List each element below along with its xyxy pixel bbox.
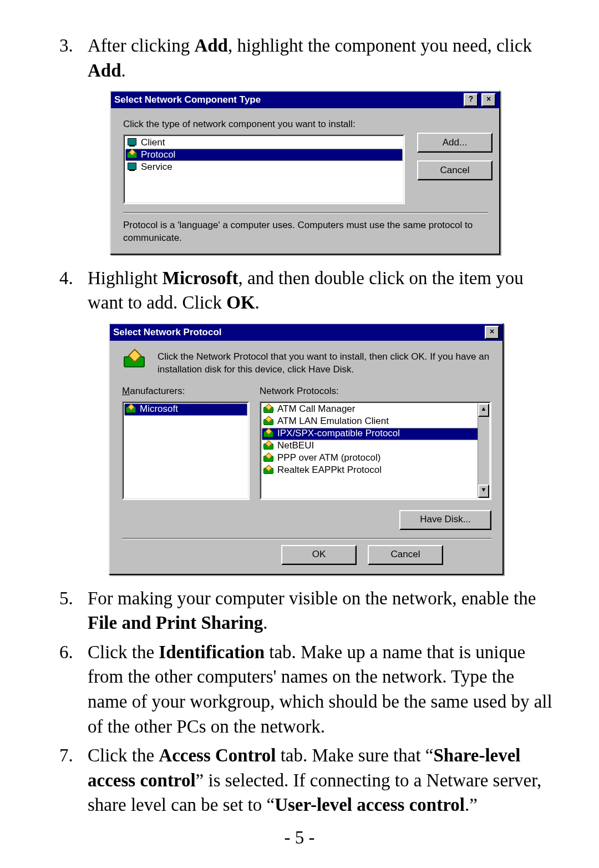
step4-text1: Highlight	[88, 268, 163, 288]
component-type-list[interactable]: Client Protocol Service	[123, 134, 405, 204]
have-disk-button[interactable]: Have Disk...	[399, 510, 491, 530]
separator	[122, 538, 491, 539]
list-item-label: Microsoft	[140, 403, 178, 416]
dialog2-titlebar: Select Network Protocol ×	[110, 324, 502, 341]
step3-text3: .	[121, 60, 126, 80]
manufacturers-label: Manufacturers:	[122, 385, 250, 398]
list-item-label: ATM LAN Emulation Client	[277, 415, 389, 428]
protocols-label: Network Protocols:	[260, 385, 491, 398]
list-item-protocol[interactable]: Protocol	[125, 149, 403, 161]
manufacturers-list[interactable]: Microsoft	[122, 401, 250, 500]
list-item-protocol[interactable]: ATM LAN Emulation Client	[262, 416, 478, 428]
client-icon	[126, 138, 138, 148]
list-item-service[interactable]: Service	[125, 161, 403, 173]
step6-bold1: Identification	[159, 642, 265, 662]
step3-bold1: Add	[194, 36, 228, 55]
dialog1-description: Protocol is a 'language' a computer uses…	[123, 219, 488, 245]
list-item-label: PPP over ATM (protocol)	[277, 452, 380, 465]
close-button[interactable]: ×	[485, 326, 499, 339]
dialog1-titlebar: Select Network Component Type ? ×	[111, 92, 499, 108]
dialog2-title: Select Network Protocol	[113, 326, 481, 339]
step7-text1: Click the	[88, 745, 159, 765]
cancel-button[interactable]: Cancel	[417, 160, 493, 180]
protocol-icon	[263, 441, 274, 451]
list-item-label: ATM Call Manager	[277, 403, 355, 416]
scroll-down-icon[interactable]: ▼	[478, 485, 489, 498]
service-icon	[126, 162, 138, 172]
cancel-button[interactable]: Cancel	[368, 545, 443, 565]
dialog-select-network-protocol: Select Network Protocol × Click the Netw…	[109, 323, 504, 575]
dialog1-prompt: Click the type of network component you …	[123, 118, 405, 131]
list-item-client[interactable]: Client	[125, 137, 403, 149]
step4-bold1: Microsoft	[163, 268, 238, 288]
step6-text1: Click the	[88, 642, 159, 662]
page-number: - 5 -	[44, 827, 555, 848]
help-button[interactable]: ?	[464, 93, 478, 107]
step5-text1: For making your computer visible on the …	[88, 588, 536, 608]
list-item-manufacturer[interactable]: Microsoft	[124, 403, 247, 416]
list-item-label: Client	[141, 137, 165, 149]
protocol-icon	[263, 405, 274, 415]
step7-bold1: Access Control	[159, 745, 276, 765]
protocol-icon	[263, 417, 274, 427]
document-page: After clicking Add, highlight the compon…	[0, 0, 599, 868]
add-button[interactable]: Add...	[417, 133, 493, 153]
list-item-label: Service	[141, 161, 172, 174]
protocol-icon	[263, 453, 274, 463]
list-item-label: IPX/SPX-compatible Protocol	[277, 427, 400, 440]
protocols-list[interactable]: ATM Call Manager ATM LAN Emulation Clien…	[260, 401, 491, 500]
scroll-up-icon[interactable]: ▲	[478, 403, 489, 417]
step7-bold3: User-level access control	[275, 795, 465, 815]
step-7: Click the Access Control tab. Make sure …	[78, 743, 555, 817]
step3-text2: , highlight the component you need, clic…	[228, 36, 532, 55]
list-item-protocol[interactable]: NetBEUI	[262, 440, 478, 452]
list-item-protocol[interactable]: IPX/SPX-compatible Protocol	[262, 428, 478, 440]
protocol-icon	[263, 466, 274, 476]
list-item-protocol[interactable]: Realtek EAPPkt Protocol	[262, 465, 478, 477]
list-item-label: Protocol	[141, 149, 175, 162]
step5-text2: .	[263, 613, 267, 633]
ok-button[interactable]: OK	[281, 545, 357, 565]
step-4: Highlight Microsoft, and then double cli…	[78, 266, 555, 575]
step4-text3: .	[255, 292, 260, 312]
dialog1-title: Select Network Component Type	[114, 94, 460, 107]
dialog-select-network-component-type: Select Network Component Type ? × Click …	[110, 90, 500, 255]
separator	[123, 212, 488, 214]
step-3: After clicking Add, highlight the compon…	[78, 33, 555, 255]
list-item-label: Realtek EAPPkt Protocol	[277, 464, 382, 477]
protocol-icon	[126, 150, 138, 160]
step4-bold2: OK	[226, 292, 255, 312]
dialog2-intro: Click the Network Protocol that you want…	[158, 351, 491, 376]
step3-text1: After clicking	[88, 36, 194, 55]
step-6: Click the Identification tab. Make up a …	[78, 640, 555, 739]
instruction-list: After clicking Add, highlight the compon…	[78, 33, 555, 817]
close-button[interactable]: ×	[481, 93, 496, 107]
step7-text2: tab. Make sure that “	[276, 745, 433, 765]
list-item-label: NetBEUI	[277, 440, 314, 452]
protocol-icon	[263, 429, 274, 439]
step3-bold2: Add	[88, 60, 121, 80]
protocol-icon	[122, 351, 146, 370]
step7-text4: .”	[465, 795, 478, 815]
protocol-icon	[125, 405, 136, 415]
list-item-protocol[interactable]: ATM Call Manager	[262, 403, 478, 416]
step-5: For making your computer visible on the …	[78, 586, 555, 635]
step5-bold1: File and Print Sharing	[88, 613, 263, 633]
scrollbar[interactable]: ▲ ▼	[478, 403, 489, 498]
list-item-protocol[interactable]: PPP over ATM (protocol)	[262, 452, 478, 465]
